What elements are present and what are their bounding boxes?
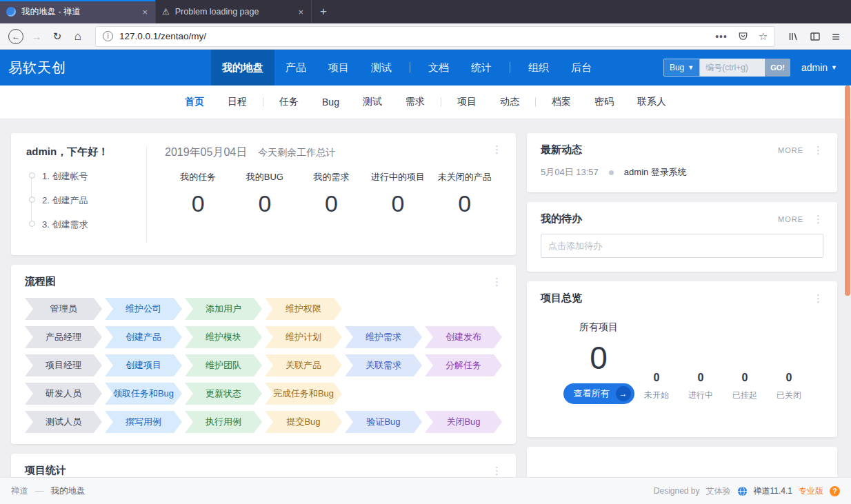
user-menu[interactable]: admin▼ [801, 62, 837, 73]
flow-step[interactable]: 执行用例 [185, 411, 262, 433]
search-module-select[interactable]: Bug▼ [663, 59, 700, 77]
subnav-item-bug[interactable]: Bug [310, 97, 351, 108]
flow-step[interactable]: 创建产品 [105, 326, 182, 348]
browser-tab-zentao[interactable]: 我的地盘 - 禅道 × [0, 0, 156, 23]
stat-open-products[interactable]: 未关闭的产品 0 [431, 171, 498, 217]
stat-my-stories[interactable]: 我的需求 0 [298, 171, 365, 217]
nav-item-admin[interactable]: 后台 [560, 50, 603, 85]
subnav-separator [535, 97, 536, 107]
flow-step[interactable]: 关闭Bug [425, 411, 502, 433]
onboarding-step[interactable]: 3. 创建需求 [42, 219, 146, 231]
help-icon[interactable]: ? [830, 486, 840, 496]
nav-item-company[interactable]: 组织 [517, 50, 560, 85]
flow-row-admin: 管理员 维护公司 添加用户 维护权限 [25, 298, 502, 320]
flow-step[interactable]: 分解任务 [425, 354, 502, 376]
subnav-item-profile[interactable]: 档案 [540, 96, 583, 108]
browser-tab-error[interactable]: ⚠ Problem loading page × [156, 0, 312, 23]
subnav-item-password[interactable]: 密码 [583, 96, 625, 108]
view-all-button[interactable]: 查看所有 → [563, 383, 634, 404]
subnav-item-contacts[interactable]: 联系人 [625, 96, 678, 108]
flow-step[interactable]: 验证Bug [345, 411, 422, 433]
subnav-item-project[interactable]: 项目 [445, 96, 488, 108]
subnav-item-dynamic[interactable]: 动态 [488, 96, 531, 108]
work-stats: 我的任务 0 我的BUG 0 我的需求 0 进行中的项目 0 [165, 171, 498, 217]
flow-step[interactable]: 关联需求 [345, 354, 422, 376]
nav-item-product[interactable]: 产品 [274, 50, 317, 85]
app-logo[interactable]: 易软天创 [8, 59, 66, 77]
reload-button[interactable]: ↻ [47, 26, 68, 47]
browser-tab-bar: 我的地盘 - 禅道 × ⚠ Problem loading page × + [0, 0, 851, 23]
flow-step[interactable]: 维护模块 [185, 326, 262, 348]
breadcrumb-separator: — [35, 486, 44, 496]
tab-close-icon[interactable]: × [141, 7, 149, 17]
subnav-item-task[interactable]: 任务 [268, 96, 310, 108]
url-text[interactable]: 127.0.0.1/zentao/my/ [119, 31, 206, 41]
new-tab-button[interactable]: + [312, 0, 335, 23]
more-link[interactable]: MORE [778, 146, 803, 154]
kebab-menu-icon[interactable]: ⋮ [492, 144, 502, 154]
flow-step[interactable]: 提交Bug [265, 411, 342, 433]
news-item[interactable]: 5月04日 13:57 admin 登录系统 [527, 163, 837, 192]
page-actions-icon[interactable]: ••• [715, 31, 728, 42]
more-link[interactable]: MORE [778, 215, 803, 223]
flow-step[interactable]: 维护需求 [345, 326, 422, 348]
kebab-menu-icon[interactable]: ⋮ [813, 293, 823, 303]
bookmark-star-icon[interactable]: ☆ [759, 30, 768, 43]
site-info-icon[interactable]: i [103, 31, 113, 41]
kebab-menu-icon[interactable]: ⋮ [492, 276, 502, 287]
flow-step[interactable]: 关联产品 [265, 354, 342, 376]
menu-icon[interactable]: ≡ [832, 30, 840, 43]
tab-close-icon[interactable]: × [297, 7, 305, 17]
forward-button[interactable]: → [26, 26, 47, 47]
flow-step[interactable]: 完成任务和Bug [265, 383, 342, 405]
designer-link[interactable]: 艾体验 [706, 485, 731, 497]
nav-item-doc[interactable]: 文档 [417, 50, 460, 85]
flow-step[interactable]: 领取任务和Bug [105, 383, 182, 405]
scrollbar-thumb[interactable] [845, 85, 850, 296]
onboarding-step[interactable]: 2. 创建产品 [42, 194, 146, 207]
overview-stat-closed[interactable]: 0 已关闭 [772, 372, 805, 401]
onboarding-step[interactable]: 1. 创建帐号 [42, 170, 146, 183]
add-todo-input[interactable] [541, 234, 823, 258]
home-button[interactable]: ⌂ [68, 26, 88, 47]
search-input[interactable] [700, 59, 765, 77]
overview-stat-doing[interactable]: 0 进行中 [684, 372, 717, 401]
edition-badge[interactable]: 专业版 [799, 485, 823, 497]
stat-my-bugs[interactable]: 我的BUG 0 [232, 171, 299, 217]
flow-step[interactable]: 维护团队 [185, 354, 262, 376]
library-icon[interactable] [788, 31, 799, 42]
subnav-item-story[interactable]: 需求 [394, 96, 437, 108]
nav-separator [510, 62, 510, 73]
todo-card: 我的待办 MORE ⋮ [527, 202, 837, 272]
nav-item-qa[interactable]: 测试 [360, 50, 403, 85]
overview-stat-waiting[interactable]: 0 未开始 [640, 372, 673, 401]
nav-item-my[interactable]: 我的地盘 [211, 50, 274, 85]
kebab-menu-icon[interactable]: ⋮ [492, 465, 502, 476]
flow-role-label: 测试人员 [25, 411, 102, 433]
flow-step[interactable]: 维护计划 [265, 326, 342, 348]
flow-step[interactable]: 维护公司 [105, 298, 182, 320]
card-title: 项目统计 [25, 464, 66, 477]
go-button[interactable]: GO! [765, 59, 790, 77]
stat-my-tasks[interactable]: 我的任务 0 [165, 171, 232, 217]
pocket-icon[interactable] [738, 31, 748, 41]
kebab-menu-icon[interactable]: ⋮ [813, 214, 823, 224]
address-bar[interactable]: i 127.0.0.1/zentao/my/ ••• ☆ [95, 26, 775, 47]
flow-step[interactable]: 维护权限 [265, 298, 342, 320]
overview-stat-suspended[interactable]: 0 已挂起 [728, 372, 761, 401]
sidebar-toggle-icon[interactable] [810, 31, 821, 42]
flow-role-label: 产品经理 [25, 326, 102, 348]
flow-step[interactable]: 添加用户 [185, 298, 262, 320]
subnav-item-home[interactable]: 首页 [173, 96, 216, 108]
subnav-item-calendar[interactable]: 日程 [216, 96, 259, 108]
back-button[interactable]: ← [6, 26, 26, 47]
flow-step[interactable]: 更新状态 [185, 383, 262, 405]
subnav-item-test[interactable]: 测试 [351, 96, 394, 108]
flow-step[interactable]: 创建发布 [425, 326, 502, 348]
nav-item-report[interactable]: 统计 [460, 50, 503, 85]
nav-item-project[interactable]: 项目 [317, 50, 360, 85]
flow-step[interactable]: 撰写用例 [105, 411, 182, 433]
flow-step[interactable]: 创建项目 [105, 354, 182, 376]
kebab-menu-icon[interactable]: ⋮ [813, 145, 823, 155]
stat-ongoing-projects[interactable]: 进行中的项目 0 [365, 171, 432, 217]
